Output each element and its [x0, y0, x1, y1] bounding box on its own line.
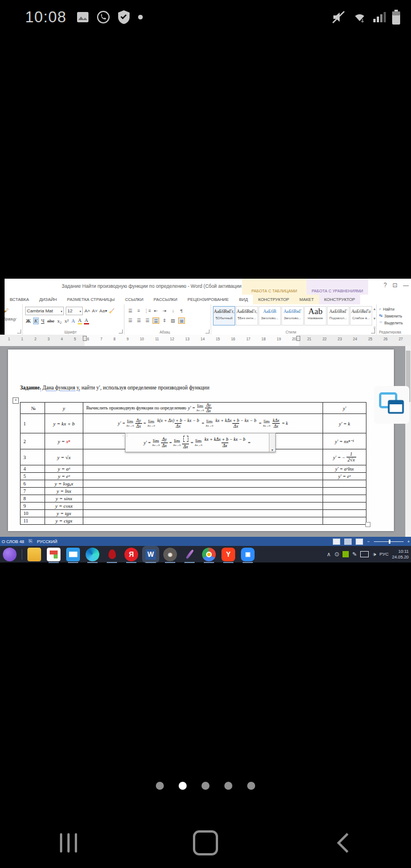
- editing-item-Заменить[interactable]: ↹Заменить: [379, 312, 411, 319]
- cell-number[interactable]: 10: [21, 510, 45, 517]
- task-heading[interactable]: Задание. Дана функция y, найти y′, испол…: [20, 385, 209, 391]
- vertical-scrollbar[interactable]: [405, 346, 411, 537]
- horizontal-ruler[interactable]: 1123456789101112131415161718192021222324…: [0, 335, 411, 347]
- change-case-button[interactable]: Aa▾: [99, 308, 107, 314]
- shading-button[interactable]: ▨: [170, 318, 176, 324]
- tab-ВСТАВКА[interactable]: ВСТАВКА: [5, 297, 34, 302]
- bullet-list-button[interactable]: ☰: [127, 308, 134, 314]
- tab-ВИД[interactable]: ВИД: [234, 297, 253, 302]
- cell-work[interactable]: [83, 495, 323, 503]
- page-dot-2[interactable]: [202, 782, 209, 790]
- style-Подзагол-[interactable]: АаБбВвГПодзагол...: [327, 306, 349, 326]
- cell-result[interactable]: [323, 503, 366, 510]
- cell-result[interactable]: [323, 480, 366, 488]
- superscript-button[interactable]: x²: [64, 318, 69, 324]
- cell-work[interactable]: y′ = limΔx→0ΔyΔx = limΔx→0k(x + Δx) + b …: [83, 414, 323, 433]
- table-resize-handle[interactable]: [365, 522, 370, 527]
- cell-result[interactable]: y′ = nxⁿ⁻¹: [323, 433, 366, 449]
- web-layout-icon[interactable]: [356, 539, 363, 545]
- italic-button[interactable]: К: [33, 318, 39, 324]
- feather-app-icon[interactable]: [183, 548, 196, 561]
- cell-function[interactable]: y = ctgx: [45, 517, 83, 525]
- style-Слабое-в-[interactable]: АаБбВвГаСлабое в...: [350, 306, 372, 326]
- zoom-out-button[interactable]: −: [367, 539, 369, 544]
- page-dot-1[interactable]: [179, 782, 187, 790]
- page-dot-0[interactable]: [156, 782, 164, 790]
- cell-result[interactable]: [323, 517, 366, 525]
- home-button[interactable]: [137, 830, 274, 855]
- cell-function[interactable]: y = sinx: [45, 495, 83, 503]
- bold-button[interactable]: Ж: [25, 318, 31, 324]
- cell-function[interactable]: y = lnx: [45, 488, 83, 495]
- tab-ДИЗАЙН[interactable]: ДИЗАЙН: [34, 297, 62, 302]
- cell-number[interactable]: 3: [21, 449, 45, 465]
- cell-work[interactable]: [83, 510, 323, 517]
- contextual-tab-КОНСТРУКТОР[interactable]: КОНСТРУКТОР: [253, 297, 294, 302]
- editing-item-Выделить[interactable]: ☞Выделить: [379, 319, 411, 326]
- font-size-select[interactable]: 12▾: [66, 307, 83, 315]
- cell-number[interactable]: 5: [21, 473, 45, 480]
- word-icon[interactable]: W: [144, 548, 158, 561]
- ribbon-options-icon[interactable]: ⊡: [393, 282, 397, 288]
- floating-multiwindow-button[interactable]: [374, 386, 409, 424]
- network-icon[interactable]: [360, 551, 369, 557]
- clear-formatting-button[interactable]: 🧹: [109, 308, 115, 314]
- cell-function[interactable]: y = cosx: [45, 503, 83, 510]
- cell-number[interactable]: 11: [21, 517, 45, 525]
- cell-number[interactable]: 7: [21, 488, 45, 495]
- cell-result[interactable]: y′ = k: [323, 414, 366, 433]
- indent-marker-right[interactable]: [296, 336, 300, 341]
- zoom-in-button[interactable]: +: [408, 539, 410, 544]
- yandex-icon[interactable]: Y: [221, 548, 235, 561]
- recents-button[interactable]: [0, 833, 137, 853]
- cell-work[interactable]: [83, 465, 323, 473]
- zoom-icon[interactable]: ▣: [241, 548, 255, 561]
- tray-pen-icon[interactable]: ✎: [352, 551, 357, 557]
- edge-icon[interactable]: [86, 548, 99, 561]
- shrink-font-button[interactable]: A˅: [92, 308, 98, 314]
- help-icon[interactable]: ?: [384, 282, 387, 288]
- cell-number[interactable]: 6: [21, 480, 45, 488]
- tab-РАССЫЛКИ[interactable]: РАССЫЛКИ: [148, 297, 183, 302]
- font-dialog-launcher[interactable]: [119, 329, 123, 333]
- yandex-browser-icon[interactable]: Я: [124, 548, 138, 561]
- read-mode-icon[interactable]: [333, 539, 340, 545]
- justify-button[interactable]: ☰: [152, 318, 159, 324]
- tray-green-icon[interactable]: [342, 551, 349, 557]
- cell-function[interactable]: y = logₐx: [45, 480, 83, 488]
- cell-function[interactable]: y = xⁿ: [45, 433, 83, 449]
- tab-РАЗМЕТКА СТРАНИЦЫ[interactable]: РАЗМЕТКА СТРАНИЦЫ: [62, 297, 119, 302]
- sort-button[interactable]: ↓: [170, 308, 176, 314]
- paragraph-dialog-launcher[interactable]: [206, 329, 209, 333]
- table-move-handle[interactable]: +: [13, 397, 19, 404]
- drop-app-icon[interactable]: [105, 548, 119, 561]
- cell-work[interactable]: [83, 480, 323, 488]
- app-launcher-icon[interactable]: [3, 548, 17, 561]
- style-Название[interactable]: AabНазвание: [304, 306, 327, 326]
- cell-result[interactable]: y′ = aˣlnx: [323, 465, 366, 473]
- tab-ССЫЛКИ[interactable]: ССЫЛКИ: [120, 297, 148, 302]
- cell-function[interactable]: y = kx + b: [45, 414, 83, 433]
- cell-work[interactable]: [83, 488, 323, 495]
- numbered-list-button[interactable]: ≡: [135, 308, 142, 314]
- contextual-tab-МАКЕТ[interactable]: МАКЕТ: [295, 297, 319, 302]
- tray-app-icon[interactable]: ⊙: [335, 551, 339, 557]
- language-indicator[interactable]: РУССКИЙ: [37, 539, 58, 544]
- multilevel-list-button[interactable]: ⋮≡: [144, 308, 151, 314]
- styles-dialog-launcher[interactable]: [371, 329, 375, 333]
- align-left-button[interactable]: ☰: [127, 318, 134, 324]
- cell-result[interactable]: [323, 488, 366, 495]
- input-language[interactable]: РУС: [380, 552, 389, 557]
- tab-РЕЦЕНЗИРОВАНИЕ[interactable]: РЕЦЕНЗИРОВАНИЕ: [183, 297, 234, 302]
- decrease-indent-button[interactable]: ⇤: [152, 308, 159, 314]
- align-right-button[interactable]: ☰: [144, 318, 151, 324]
- align-center-button[interactable]: ☰: [135, 318, 142, 324]
- subscript-button[interactable]: x₂: [57, 318, 62, 324]
- gimp-icon[interactable]: ◉: [163, 548, 177, 561]
- highlight-button[interactable]: А: [78, 318, 83, 324]
- cell-number[interactable]: 2: [21, 433, 45, 449]
- cell-number[interactable]: 1: [21, 414, 45, 433]
- font-color-button[interactable]: А: [84, 318, 89, 324]
- contextual-tab-КОНСТРУКТОР[interactable]: КОНСТРУКТОР: [319, 297, 360, 302]
- cell-function[interactable]: y = aˣ: [45, 465, 83, 473]
